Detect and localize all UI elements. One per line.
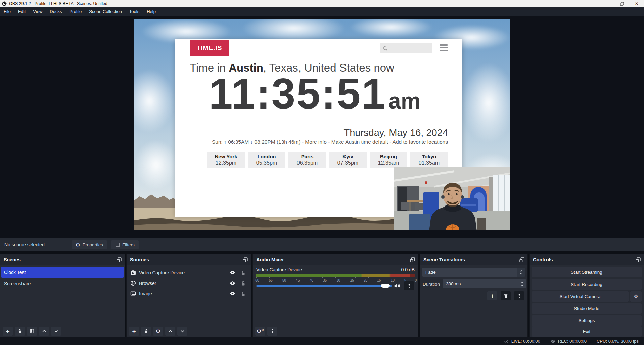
scene-item-screenshare[interactable]: Screenshare [1, 278, 124, 289]
transition-properties-button[interactable] [514, 291, 524, 300]
add-transition-button[interactable]: + [487, 291, 497, 300]
trash-icon [144, 329, 149, 334]
mixer-source-name: Video Capture Device [256, 267, 302, 272]
preview-area: TIME.IS Time in Austin, Texas, United St… [0, 16, 644, 238]
current-date: Thursday, May 16, 2024 [175, 127, 448, 138]
cloud [134, 69, 175, 133]
world-clock[interactable]: Beijing12:35am [370, 152, 407, 168]
no-source-selected-label: No source selected [4, 242, 72, 247]
menu-file[interactable]: File [0, 7, 14, 16]
menu-view[interactable]: View [29, 7, 46, 16]
scenes-panel: Scenes Clock Test Screenshare + [0, 254, 125, 337]
world-clock[interactable]: New York12:35pm [207, 152, 245, 168]
camera-icon [130, 270, 136, 275]
filters-icon [115, 242, 120, 247]
mixer-menu-button[interactable] [267, 327, 277, 336]
start-streaming-button[interactable]: Start Streaming [532, 267, 642, 277]
world-clock[interactable]: Kyiv07:35pm [329, 152, 367, 168]
kebab-menu-icon [270, 329, 275, 334]
move-scene-up-button[interactable] [39, 327, 49, 336]
add-source-button[interactable]: + [129, 327, 139, 336]
trash-icon [17, 329, 22, 334]
chevron-up-icon [520, 270, 523, 272]
exit-button[interactable]: Exit [532, 326, 642, 337]
popout-icon[interactable] [242, 257, 248, 263]
volume-slider-handle[interactable] [381, 284, 390, 288]
double-gear-icon: ⚙⚙ [257, 328, 264, 334]
minimize-button[interactable]: — [600, 0, 614, 7]
menu-scene-collection[interactable]: Scene Collection [85, 7, 126, 16]
settings-button[interactable]: Settings [532, 315, 642, 326]
filters-button[interactable]: Filters [111, 240, 139, 249]
duration-spinbox[interactable]: 300 ms [443, 279, 526, 288]
cpu-fps-status: CPU: 0.6%, 30.00 fps [597, 339, 639, 344]
add-favorite-link[interactable]: Add to favorite locations [393, 139, 448, 145]
chevron-up-icon [42, 329, 47, 334]
move-source-up-button[interactable] [165, 327, 175, 336]
source-item-video-capture[interactable]: Video Capture Device [128, 267, 250, 278]
mixer-options-button[interactable] [404, 281, 414, 290]
start-recording-button[interactable]: Start Recording [532, 279, 642, 290]
virtual-camera-config-button[interactable]: ⚙ [630, 291, 642, 302]
properties-button[interactable]: ⚙ Properties [72, 240, 107, 249]
chevron-down-icon [520, 273, 523, 275]
popout-icon[interactable] [410, 257, 415, 263]
menu-docks[interactable]: Docks [46, 7, 65, 16]
globe-icon [130, 280, 136, 286]
volume-slider-track[interactable] [256, 285, 392, 287]
scene-filters-button[interactable] [27, 327, 37, 336]
source-item-image[interactable]: Image [128, 288, 250, 299]
advanced-audio-button[interactable]: ⚙⚙ [255, 327, 265, 336]
popout-icon[interactable] [116, 257, 122, 263]
scenes-title: Scenes [4, 257, 21, 262]
lock-open-icon[interactable] [240, 281, 246, 286]
spin-arrows[interactable] [518, 279, 526, 288]
move-scene-down-button[interactable] [51, 327, 61, 336]
menu-profile[interactable]: Profile [65, 7, 85, 16]
record-disabled-icon [550, 339, 556, 344]
lock-open-icon[interactable] [240, 291, 246, 296]
move-source-down-button[interactable] [177, 327, 187, 336]
visibility-eye-icon[interactable] [229, 280, 236, 286]
menu-help[interactable]: Help [143, 7, 159, 16]
audio-mixer-panel: Audio Mixer Video Capture Device 0.0 dB … [252, 254, 418, 337]
timeis-logo[interactable]: TIME.IS [190, 40, 229, 56]
remove-scene-button[interactable] [15, 327, 25, 336]
search-input[interactable] [380, 43, 432, 53]
select-arrows [517, 268, 525, 277]
transition-select[interactable]: Fade [422, 268, 525, 277]
remove-source-button[interactable] [141, 327, 151, 336]
world-clock[interactable]: Tokyo01:35am [410, 152, 448, 168]
visibility-eye-icon[interactable] [229, 269, 236, 276]
popout-icon[interactable] [635, 257, 641, 263]
studio-mode-button[interactable]: Studio Mode [532, 303, 642, 314]
meter-scale: -60-55-50-45-40-35-30-25-20-15-10-50 [254, 278, 417, 282]
webcam-source[interactable] [394, 167, 510, 230]
source-properties-button[interactable]: ⚙ [153, 327, 163, 336]
scene-transitions-panel: Scene Transitions Fade Duration 300 ms + [420, 254, 528, 337]
close-button[interactable]: ✕ [629, 0, 644, 7]
world-clock[interactable]: London05:35pm [248, 152, 285, 168]
start-virtual-camera-button[interactable]: Start Virtual Camera [532, 291, 629, 302]
cloud [462, 62, 510, 143]
program-canvas[interactable]: TIME.IS Time in Austin, Texas, United St… [134, 19, 510, 230]
make-default-link[interactable]: Make Austin time default [331, 139, 388, 145]
hamburger-menu-icon[interactable] [440, 44, 448, 51]
speaker-icon[interactable] [394, 283, 400, 289]
world-clock[interactable]: Paris06:35pm [288, 152, 326, 168]
more-info-link[interactable]: More info [305, 139, 327, 145]
menu-edit[interactable]: Edit [14, 7, 29, 16]
sources-title: Sources [130, 257, 149, 262]
restore-button[interactable] [614, 0, 629, 7]
source-item-browser[interactable]: Browser [128, 278, 250, 288]
visibility-eye-icon[interactable] [229, 290, 236, 297]
audio-mixer-title: Audio Mixer [256, 257, 284, 262]
popout-icon[interactable] [519, 257, 525, 263]
lock-open-icon[interactable] [240, 270, 246, 275]
add-scene-button[interactable]: + [3, 327, 13, 336]
remove-transition-button[interactable] [501, 291, 511, 300]
mixer-db-value: 0.0 dB [401, 267, 415, 272]
scene-item-clock-test[interactable]: Clock Test [1, 267, 124, 278]
chevron-up-icon [521, 282, 524, 284]
menu-tools[interactable]: Tools [126, 7, 143, 16]
